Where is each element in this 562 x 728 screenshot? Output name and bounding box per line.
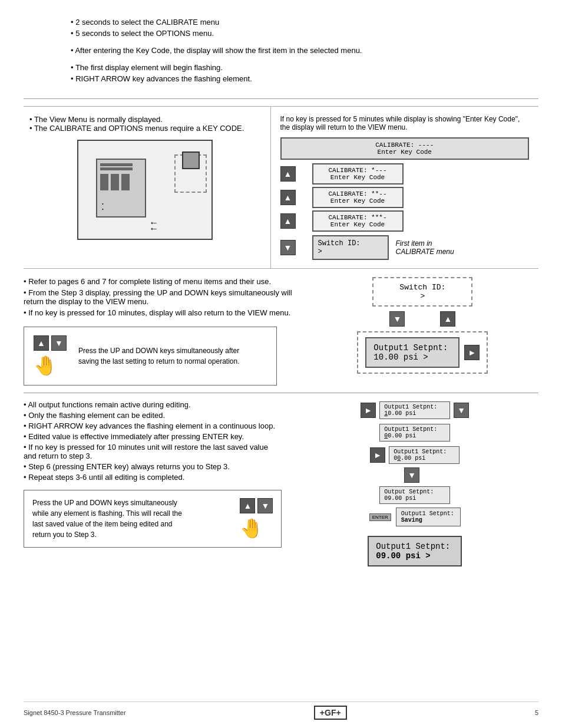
output-step2-row: Output1 Setpnt: 00.00 psi	[379, 423, 450, 443]
bullet-4: • The first display element will begin f…	[71, 63, 503, 72]
bullet-1: • 2 seconds to select the CALIBRATE menu	[71, 18, 503, 27]
calib-step3-row: ▲ CALIBRATE: ***- Enter Key Code	[280, 210, 529, 232]
switch-id-line1: Switch ID:	[318, 239, 361, 248]
two-col-section: • The View Menu is normally displayed. •…	[24, 106, 538, 269]
down-arrow-btn-2[interactable]: ▼	[389, 311, 405, 327]
final-output-display: Output1 Setpnt: 09.00 psi >	[368, 536, 462, 566]
saving-line1: Output1 Setpnt:	[401, 510, 454, 517]
saving-line2: Saving	[401, 517, 422, 523]
up-arrow-btn-4[interactable]: ▲	[440, 311, 455, 327]
down-arrow-btn-1[interactable]: ▼	[280, 240, 296, 255]
s4-b5: • If no key is pressed for 10 minutes un…	[24, 443, 282, 460]
s4-b1: • All output functions remain active dur…	[24, 400, 282, 409]
os1-line1: Output1 Setpnt:	[384, 404, 437, 410]
arrow-left2: ←	[149, 223, 158, 234]
press-box-1: ▲ ▼ 🤚 Press the UP and DOWN keys simulta…	[24, 327, 277, 386]
press-box-2: Press the UP and DOWN keys simultaneousl…	[24, 490, 282, 548]
first-item-label: First item in CALIBRATE menu	[396, 239, 454, 256]
calib-display-step1: CALIBRATE: *--- Enter Key Code	[312, 163, 404, 185]
sid-line2: >	[420, 292, 425, 301]
col-right: If no key is pressed for 5 minutes while…	[271, 107, 538, 268]
finger-area	[160, 151, 207, 210]
section3-right: Switch ID: > ▼ ▲ Output1 Setpnt: 10.00 p…	[307, 277, 538, 386]
bar4	[111, 174, 119, 190]
press-box2-arrows: ▲ ▼ 🤚	[240, 498, 273, 539]
up-arrow-btn-1[interactable]: ▲	[280, 166, 296, 182]
os4-line2: 09.00 psi	[384, 495, 416, 502]
calib-step1-row: ▲ CALIBRATE: *--- Enter Key Code	[280, 163, 529, 185]
dot-indicator: •	[102, 202, 103, 206]
calib-display-first: CALIBRATE: ---- Enter Key Code	[280, 137, 529, 160]
output-display-large: Output1 Setpnt: 10.00 psi >	[365, 337, 459, 368]
s3-bullet3: • If no key is pressed for 10 minutes, d…	[24, 308, 295, 317]
page: • 2 seconds to select the CALIBRATE menu…	[0, 0, 562, 728]
output-line1: Output1 Setpnt:	[373, 343, 448, 353]
down-arrow-s4-1[interactable]: ▼	[454, 403, 469, 418]
bullet-2: • 5 seconds to select the OPTIONS menu.	[71, 29, 503, 38]
press-down-btn[interactable]: ▼	[51, 335, 67, 351]
output-line2: 10.00 psi >	[373, 353, 428, 362]
os3-line1: Output1 Setpnt:	[394, 449, 447, 455]
arrow-row-section3: ▼ ▲	[389, 311, 455, 327]
device-panel: • •	[96, 159, 146, 218]
s3-bullet1: • Refer to pages 6 and 7 for complete li…	[24, 277, 295, 286]
arrows-pair-1: ▲ ▼	[34, 335, 67, 351]
right-arrow-2[interactable]: ►	[370, 447, 385, 463]
calib-display-step2: CALIBRATE: **-- Enter Key Code	[312, 187, 404, 208]
os2-line2: 00.00 psi	[384, 433, 416, 439]
col-left-bullet2: • The CALIBRATE and OPTIONS menus requir…	[29, 124, 261, 133]
output-small-4: Output Setpnt: 09.00 psi	[379, 486, 450, 504]
press-up-btn[interactable]: ▲	[34, 335, 49, 351]
bullet-3: • After entering the Key Code, the displ…	[71, 46, 503, 55]
calib-step2-row: ▲ CALIBRATE: **-- Enter Key Code	[280, 187, 529, 208]
press-up-btn-2[interactable]: ▲	[240, 498, 255, 513]
final-output-row: Output1 Setpnt: 09.00 psi >	[368, 532, 462, 566]
os1-line2: 10.00 psi	[384, 410, 416, 417]
calib-step2-line2: Enter Key Code	[330, 197, 385, 205]
right-arrow-1[interactable]: ►	[361, 403, 376, 418]
calib-step3-line1: CALIBRATE: ***-	[329, 214, 387, 221]
sid-line1: Switch ID:	[399, 283, 445, 292]
right-arrow-btn-1[interactable]: ►	[464, 345, 480, 360]
bar1	[100, 163, 133, 166]
output-step1-row: ► Output1 Setpnt: 10.00 psi ▼	[361, 400, 469, 420]
calib-step2-line1: CALIBRATE: **--	[329, 190, 387, 197]
bullet-5: • RIGHT ARROW key advances the flashing …	[71, 74, 503, 83]
enter-label: ENTER	[369, 513, 391, 521]
s4-b3: • RIGHT ARROW key advances the flashing …	[24, 421, 282, 430]
press-box-text-1: Press the UP and DOWN keys simultaneousl…	[78, 345, 240, 367]
col-left-bullet1: • The View Menu is normally displayed.	[29, 115, 261, 124]
switch-id-dashed: Switch ID: >	[372, 277, 472, 307]
s4-b2: • Only the flashing element can be edite…	[24, 411, 282, 420]
final-line2: 09.00 psi >	[376, 551, 430, 561]
calib-first-line1: CALIBRATE: ----	[375, 141, 434, 149]
switch-id-line2: >	[318, 248, 322, 256]
arrows-hand-area: ▲ ▼ 🤚	[34, 335, 67, 377]
bar5	[121, 174, 130, 190]
calibrate-sequence: CALIBRATE: ---- Enter Key Code ▲ CALIBRA…	[280, 137, 529, 260]
up-arrow-btn-2[interactable]: ▲	[280, 190, 296, 205]
switch-id-row: ▼ Switch ID: > First item in CALIBRATE m…	[280, 235, 529, 260]
hand-icon-2: 🤚	[240, 517, 273, 539]
calib-step3-line2: Enter Key Code	[330, 221, 385, 228]
down-arrow-s4-2[interactable]: ▼	[404, 467, 419, 483]
section4-right: ► Output1 Setpnt: 10.00 psi ▼ Output1 Se…	[291, 400, 538, 566]
section4-left: • All output functions remain active dur…	[24, 400, 291, 566]
footer: Signet 8450-3 Pressure Transmitter +GF+ …	[24, 701, 538, 720]
output-small-3: Output1 Setpnt: 00.00 psi	[389, 446, 459, 464]
section4-bullets: • All output functions remain active dur…	[24, 400, 282, 482]
arrows-pair-2: ▲ ▼	[240, 498, 273, 513]
col-left: • The View Menu is normally displayed. •…	[24, 107, 271, 268]
s4-b4: • Edited value is effective immediately …	[24, 432, 282, 441]
calib-first-row: CALIBRATE: ---- Enter Key Code	[280, 137, 529, 160]
top-bullets-section: • 2 seconds to select the CALIBRATE menu…	[24, 12, 538, 91]
press-down-btn-2[interactable]: ▼	[257, 498, 273, 513]
button-rect	[182, 151, 200, 169]
section4: • All output functions remain active dur…	[24, 400, 538, 566]
saving-display: Output1 Setpnt: Saving	[396, 508, 461, 526]
final-line1: Output1 Setpnt:	[376, 542, 450, 551]
section3-left: • Refer to pages 6 and 7 for complete li…	[24, 277, 307, 386]
up-arrow-btn-3[interactable]: ▲	[280, 213, 296, 229]
os3-line2: 00.00 psi	[394, 455, 425, 462]
calib-step1-line1: CALIBRATE: *---	[329, 167, 387, 174]
